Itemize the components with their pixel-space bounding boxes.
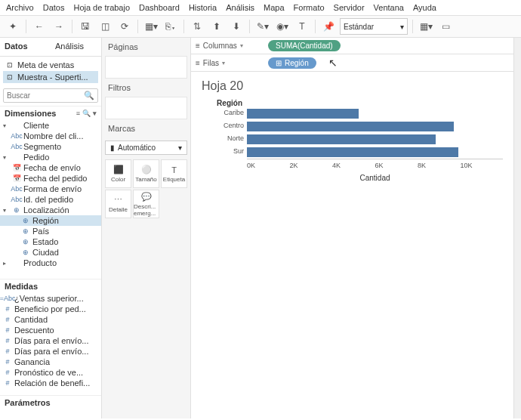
- columns-shelf[interactable]: ≡Columnas▾ SUMA(Cantidad): [191, 38, 513, 54]
- field-relaci-n-de-benefi-[interactable]: #Relación de benefi...: [0, 378, 101, 388]
- search-box[interactable]: 🔍: [3, 88, 98, 103]
- menu-archivo[interactable]: Archivo: [6, 3, 34, 12]
- menu-mapa[interactable]: Mapa: [264, 3, 285, 12]
- pill-region[interactable]: ⊞Región: [268, 57, 316, 69]
- expand-icon[interactable]: ▾: [3, 207, 10, 214]
- field--ventas-superior-[interactable]: =Abc¿Ventas superior...: [0, 293, 101, 304]
- mark-color[interactable]: ⬛Color: [105, 159, 131, 188]
- menu-historia[interactable]: Historia: [189, 3, 217, 12]
- field-fecha-de-env-o[interactable]: 📅Fecha de envío: [0, 162, 101, 173]
- field-d-as-para-el-env-o-[interactable]: #Días para el envío...: [0, 346, 101, 357]
- pill-suma-cantidad[interactable]: SUMA(Cantidad): [268, 40, 341, 51]
- bar[interactable]: [247, 122, 454, 131]
- dimensions-header: Dimensiones ≡ 🔍 ▾: [0, 106, 101, 120]
- bar[interactable]: [247, 147, 458, 157]
- chart[interactable]: Hoja 20 Región CaribeCentroNorteSur 0K2K…: [191, 72, 513, 418]
- x-tick: 2K: [290, 162, 333, 169]
- refresh-button[interactable]: ⟳: [116, 18, 133, 35]
- expand-icon[interactable]: ▸: [3, 260, 10, 267]
- datasource-item[interactable]: ⊡Muestra - Superti...: [3, 71, 98, 83]
- field-descuento[interactable]: #Descuento: [0, 325, 101, 335]
- field-nombre-del-cli-[interactable]: AbcNombre del cli...: [0, 131, 101, 141]
- field-localizaci-n[interactable]: ▾⊕Localización: [0, 205, 101, 215]
- expand-icon[interactable]: ▾: [3, 154, 10, 161]
- menu-formato[interactable]: Formato: [294, 3, 325, 12]
- x-tick: 0K: [247, 162, 290, 169]
- mark-etiqueta[interactable]: TEtiqueta: [161, 159, 187, 188]
- menubar: ArchivoDatosHoja de trabajoDashboardHist…: [0, 0, 521, 16]
- rows-icon: ≡: [196, 59, 200, 67]
- show-me-button[interactable]: ▦▾: [418, 18, 434, 35]
- bar-row: [247, 133, 503, 146]
- columns-icon: ≡: [196, 42, 200, 50]
- mark-descri-emerg-[interactable]: 💬Descri... emerg...: [133, 190, 159, 218]
- field-d-as-para-el-env-o-[interactable]: #Días para el envío...: [0, 335, 101, 346]
- mark-type-selector[interactable]: ▮Automático▾: [105, 141, 187, 155]
- field-forma-de-env-o[interactable]: AbcForma de envío: [0, 184, 101, 194]
- menu-servidor[interactable]: Servidor: [334, 3, 365, 12]
- group-button[interactable]: ◉▾: [274, 18, 291, 35]
- text-button[interactable]: T: [294, 18, 310, 35]
- new-worksheet-button[interactable]: ▦▾: [143, 18, 159, 35]
- x-tick: 6K: [375, 162, 418, 169]
- search-input[interactable]: [7, 91, 84, 100]
- field-ganancia[interactable]: #Ganancia: [0, 357, 101, 367]
- sort-desc-button[interactable]: ⬇: [228, 18, 245, 35]
- menu-análisis[interactable]: Análisis: [226, 3, 254, 12]
- menu-dashboard[interactable]: Dashboard: [139, 3, 180, 12]
- pages-shelf[interactable]: [105, 56, 187, 79]
- field-estado[interactable]: ⊕Estado: [0, 236, 101, 247]
- field-beneficio-por-ped-[interactable]: #Beneficio por ped...: [0, 304, 101, 314]
- field-pa-s[interactable]: ⊕País: [0, 226, 101, 236]
- view-list-icon[interactable]: ≡: [76, 110, 80, 117]
- highlight-button[interactable]: ✎▾: [254, 18, 271, 35]
- fit-selector[interactable]: Estándar▾: [340, 18, 408, 35]
- field-fecha-del-pedido[interactable]: 📅Fecha del pedido: [0, 173, 101, 184]
- swap-button[interactable]: ⇅: [189, 18, 205, 35]
- y-axis-labels: CaribeCentroNorteSur: [202, 107, 247, 159]
- save-button[interactable]: 🖫: [77, 18, 94, 35]
- bar[interactable]: [247, 134, 436, 144]
- datasource-icon: ⊡: [5, 73, 14, 82]
- pin-button[interactable]: 📌: [320, 18, 337, 35]
- field-ciudad[interactable]: ⊕Ciudad: [0, 247, 101, 258]
- chevron-down-icon[interactable]: ▾: [222, 60, 225, 66]
- expand-icon[interactable]: ▾: [3, 122, 10, 129]
- tableau-icon[interactable]: ✦: [5, 18, 21, 35]
- menu-icon[interactable]: ▾: [93, 110, 97, 117]
- field-cantidad[interactable]: #Cantidad: [0, 314, 101, 325]
- menu-datos[interactable]: Datos: [43, 3, 65, 12]
- sort-asc-button[interactable]: ⬆: [208, 18, 225, 35]
- new-datasource-button[interactable]: ◫: [97, 18, 113, 35]
- field-regi-n[interactable]: ⊕Región: [0, 215, 101, 226]
- back-button[interactable]: ←: [31, 18, 48, 35]
- find-icon[interactable]: 🔍: [82, 110, 91, 117]
- field-pron-stico-de-ve-[interactable]: #Pronóstico de ve...: [0, 367, 101, 378]
- hierarchy-icon: ⊞: [276, 59, 282, 67]
- menu-hoja de trabajo[interactable]: Hoja de trabajo: [73, 3, 130, 12]
- rows-shelf[interactable]: ≡Filas▾ ⊞Región ↖: [191, 54, 513, 72]
- datasource-icon: ⊡: [5, 60, 14, 69]
- datasource-item[interactable]: ⊡Meta de ventas: [3, 59, 98, 71]
- chevron-down-icon[interactable]: ▾: [240, 42, 243, 49]
- right-scrollbar[interactable]: [513, 38, 521, 418]
- field-pedido[interactable]: ▾Pedido: [0, 152, 101, 162]
- toolbar: ✦ ← → 🖫 ◫ ⟳ ▦▾ ⎘▾ ⇅ ⬆ ⬇ ✎▾ ◉▾ T 📌 Estánd…: [0, 16, 521, 38]
- tab-analysis[interactable]: Análisis: [51, 38, 101, 56]
- field-id-del-pedido[interactable]: AbcId. del pedido: [0, 194, 101, 205]
- data-pane: Datos Análisis ⊡Meta de ventas⊡Muestra -…: [0, 38, 102, 418]
- menu-ventana[interactable]: Ventana: [374, 3, 404, 12]
- mark-tama-o[interactable]: ⚪Tamaño: [133, 159, 159, 188]
- field-producto[interactable]: ▸Producto: [0, 258, 101, 268]
- mark-detalle[interactable]: ⋯Detalle: [105, 190, 131, 218]
- field-cliente[interactable]: ▾Cliente: [0, 120, 101, 131]
- tab-data[interactable]: Datos: [0, 38, 51, 56]
- field-segmento[interactable]: AbcSegmento: [0, 141, 101, 152]
- presentation-button[interactable]: ▭: [437, 18, 454, 35]
- bar-row: [247, 107, 503, 120]
- bar[interactable]: [247, 109, 359, 119]
- filters-shelf[interactable]: [105, 97, 187, 119]
- duplicate-button[interactable]: ⎘▾: [162, 18, 179, 35]
- menu-ayuda[interactable]: Ayuda: [413, 3, 436, 12]
- forward-button[interactable]: →: [51, 18, 67, 35]
